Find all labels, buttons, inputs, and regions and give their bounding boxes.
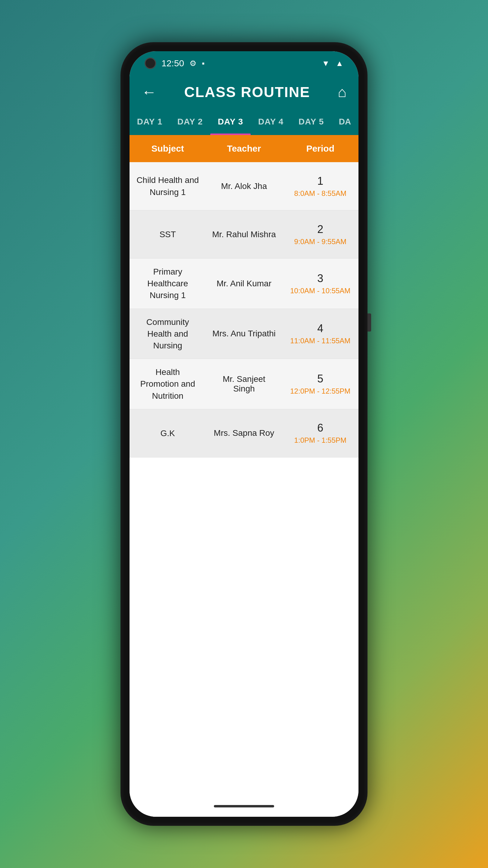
tab-day1[interactable]: DAY 1 xyxy=(130,108,170,135)
subject-cell-1: Child Health and Nursing 1 xyxy=(130,167,206,205)
app-bar: ← CLASS ROUTINE ⌂ xyxy=(130,75,358,108)
settings-status-icon: ⚙ xyxy=(190,59,196,68)
tab-day3[interactable]: DAY 3 xyxy=(210,108,251,135)
subject-cell-4: Community Health and Nursing xyxy=(130,309,206,359)
period-number-2: 2 xyxy=(317,223,323,236)
home-button[interactable]: ⌂ xyxy=(338,84,347,100)
header-period: Period xyxy=(282,135,358,162)
period-number-1: 1 xyxy=(317,175,323,187)
status-right: ▼ ▲ xyxy=(322,59,344,68)
table-row: Primary Healthcare Nursing 1 Mr. Anil Ku… xyxy=(130,258,358,309)
teacher-cell-6: Mrs. Sapna Roy xyxy=(206,421,282,445)
subject-cell-6: G.K xyxy=(130,420,206,446)
period-time-6: 1:0PM - 1:55PM xyxy=(294,436,347,444)
period-cell-4: 4 11:0AM - 11:55AM xyxy=(282,315,358,352)
day-tabs-container: DAY 1 DAY 2 DAY 3 DAY 4 DAY 5 DA xyxy=(130,108,358,135)
period-cell-5: 5 12:0PM - 12:55PM xyxy=(282,365,358,403)
period-cell-2: 2 9:0AM - 9:55AM xyxy=(282,216,358,253)
signal-icon: ▲ xyxy=(335,59,344,68)
table-row: SST Mr. Rahul Mishra 2 9:0AM - 9:55AM xyxy=(130,210,358,258)
teacher-cell-5: Mr. Sanjeet Singh xyxy=(206,367,282,401)
period-cell-3: 3 10:0AM - 10:55AM xyxy=(282,265,358,302)
phone-frame: 12:50 ⚙ ▪ ▼ ▲ ← CLASS ROUTINE ⌂ DAY 1 DA… xyxy=(121,42,367,826)
side-button xyxy=(367,313,371,332)
teacher-cell-2: Mr. Rahul Mishra xyxy=(206,222,282,247)
tab-day2[interactable]: DAY 2 xyxy=(170,108,210,135)
period-time-5: 12:0PM - 12:55PM xyxy=(290,387,350,396)
page-title: CLASS ROUTINE xyxy=(184,84,310,100)
period-cell-6: 6 1:0PM - 1:55PM xyxy=(282,414,358,452)
back-button[interactable]: ← xyxy=(141,84,157,99)
tab-day4[interactable]: DAY 4 xyxy=(251,108,291,135)
home-indicator xyxy=(214,805,274,807)
table-header: Subject Teacher Period xyxy=(130,135,358,162)
period-number-3: 3 xyxy=(317,272,323,285)
period-number-5: 5 xyxy=(317,373,323,385)
subject-cell-2: SST xyxy=(130,221,206,247)
header-teacher: Teacher xyxy=(206,135,282,162)
bottom-bar xyxy=(130,796,358,817)
period-time-4: 11:0AM - 11:55AM xyxy=(290,337,350,345)
period-time-1: 8:0AM - 8:55AM xyxy=(294,189,347,198)
subject-cell-5: Health Promotion and Nutrition xyxy=(130,359,206,409)
status-left: 12:50 ⚙ ▪ xyxy=(144,58,204,69)
table-row: Community Health and Nursing Mrs. Anu Tr… xyxy=(130,309,358,359)
teacher-cell-4: Mrs. Anu Tripathi xyxy=(206,321,282,346)
period-time-2: 9:0AM - 9:55AM xyxy=(294,238,347,246)
status-bar: 12:50 ⚙ ▪ ▼ ▲ xyxy=(130,51,358,75)
phone-screen: 12:50 ⚙ ▪ ▼ ▲ ← CLASS ROUTINE ⌂ DAY 1 DA… xyxy=(130,51,358,817)
table-row: G.K Mrs. Sapna Roy 6 1:0PM - 1:55PM xyxy=(130,409,358,458)
tab-day5[interactable]: DAY 5 xyxy=(291,108,331,135)
teacher-cell-1: Mr. Alok Jha xyxy=(206,174,282,198)
wifi-icon: ▼ xyxy=(322,59,330,68)
status-time: 12:50 xyxy=(161,58,184,68)
period-time-3: 10:0AM - 10:55AM xyxy=(290,287,350,295)
header-subject: Subject xyxy=(130,135,206,162)
table-row: Health Promotion and Nutrition Mr. Sanje… xyxy=(130,359,358,409)
period-number-6: 6 xyxy=(317,422,323,434)
table-row: Child Health and Nursing 1 Mr. Alok Jha … xyxy=(130,162,358,210)
subject-cell-3: Primary Healthcare Nursing 1 xyxy=(130,258,206,309)
tab-day6-partial[interactable]: DA xyxy=(331,108,358,135)
camera-dot xyxy=(144,58,156,69)
schedule-table: Child Health and Nursing 1 Mr. Alok Jha … xyxy=(130,162,358,796)
sim-status-icon: ▪ xyxy=(202,59,204,68)
teacher-cell-3: Mr. Anil Kumar xyxy=(206,272,282,296)
period-cell-1: 1 8:0AM - 8:55AM xyxy=(282,167,358,205)
period-number-4: 4 xyxy=(317,322,323,335)
table-empty-row xyxy=(130,458,358,494)
